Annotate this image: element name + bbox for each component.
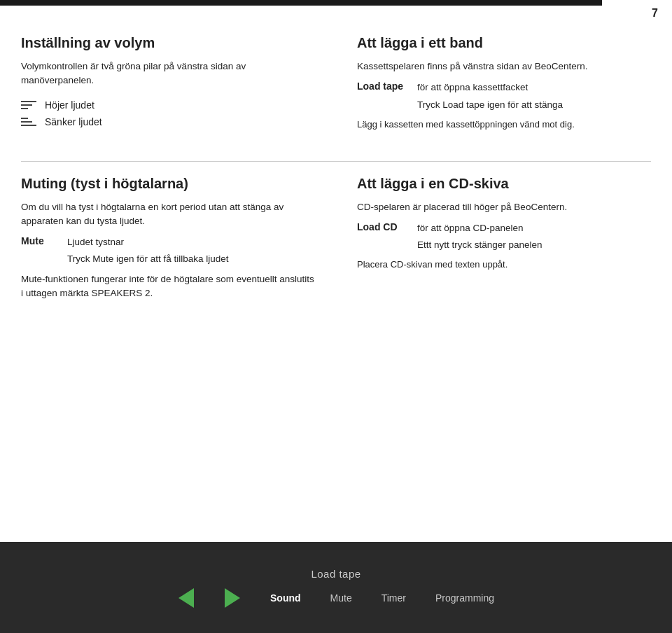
muting-title: Muting (tyst i högtalarna) xyxy=(21,176,315,192)
volume-higher-item: Höjer ljudet xyxy=(21,99,315,111)
volume-title: Inställning av volym xyxy=(21,35,315,51)
cd-intro: CD-spelaren är placerad till höger på Be… xyxy=(357,200,651,214)
muting-footer: Mute-funktionen fungerar inte för de hög… xyxy=(21,272,315,301)
main-content: Inställning av volym Volymkontrollen är … xyxy=(0,21,672,542)
mute-indent: Tryck Mute igen för att få tillbaka ljud… xyxy=(67,252,229,266)
nav-item-programming[interactable]: Programming xyxy=(431,590,498,606)
mute-desc: Ljudet tystnar Tryck Mute igen för att f… xyxy=(67,235,229,267)
bottom-bar-title: Load tape xyxy=(311,568,360,580)
cd-title: Att lägga i en CD-skiva xyxy=(357,176,651,192)
muting-intro: Om du vill ha tyst i högtalarna en kort … xyxy=(21,200,315,229)
bottom-sections: Muting (tyst i högtalarna) Om du vill ha… xyxy=(21,176,651,308)
mute-keyword: Mute xyxy=(21,235,56,246)
nav-next-button[interactable] xyxy=(220,588,245,608)
higher-icon xyxy=(21,101,36,109)
load-tape-title: Att lägga i ett band xyxy=(357,35,651,51)
volume-intro: Volymkontrollen är två gröna pilar på vä… xyxy=(21,60,315,88)
load-tape-desc: för att öppna kassettfacket Tryck Load t… xyxy=(417,81,563,112)
cd-section: Att lägga i en CD-skiva CD-spelaren är p… xyxy=(357,176,651,308)
load-tape-row: Load tape för att öppna kassettfacket Tr… xyxy=(357,81,651,112)
load-tape-label: Load tape xyxy=(357,81,406,92)
volume-section: Inställning av volym Volymkontrollen är … xyxy=(21,35,315,133)
mute-row: Mute Ljudet tystnar Tryck Mute igen för … xyxy=(21,235,315,267)
next-arrow-icon xyxy=(225,588,240,608)
line2 xyxy=(21,104,32,106)
bottom-nav: Sound Mute Timer Programming xyxy=(174,588,498,608)
volume-controls: Höjer ljudet Sänker ljudet xyxy=(21,99,315,127)
load-cd-label: Load CD xyxy=(357,221,406,232)
load-cd-row: Load CD för att öppna CD-panelen Ettt ny… xyxy=(357,221,651,253)
higher-label: Höjer ljudet xyxy=(45,99,94,111)
nav-item-mute[interactable]: Mute xyxy=(326,590,356,606)
load-cd-desc: för att öppna CD-panelen Ettt nytt tryck… xyxy=(417,221,542,253)
page-number: 7 xyxy=(652,7,658,20)
load-tape-indent: Tryck Load tape igen för att stänga xyxy=(417,98,563,112)
volume-lower-item: Sänker ljudet xyxy=(21,116,315,127)
load-tape-section: Att lägga i ett band Kassettspelaren fin… xyxy=(357,35,651,133)
top-sections: Inställning av volym Volymkontrollen är … xyxy=(21,35,651,133)
load-tape-intro: Kassettspelaren finns på vänstra sidan a… xyxy=(357,60,651,74)
line3 xyxy=(21,125,36,126)
line1 xyxy=(21,118,28,119)
section-divider xyxy=(21,161,651,162)
lower-icon xyxy=(21,118,36,126)
nav-item-sound[interactable]: Sound xyxy=(266,590,305,606)
lower-label: Sänker ljudet xyxy=(45,116,102,127)
load-cd-indent: Ettt nytt tryck stänger panelen xyxy=(417,238,542,252)
line2 xyxy=(21,121,32,123)
prev-arrow-icon xyxy=(178,588,194,608)
load-tape-note: Lägg i kassetten med kassettöppningen vä… xyxy=(357,118,651,132)
load-tape-controls: Load tape för att öppna kassettfacket Tr… xyxy=(357,81,651,131)
top-bar xyxy=(0,0,602,6)
line3 xyxy=(21,108,28,109)
cd-note: Placera CD-skivan med texten uppåt. xyxy=(357,258,651,272)
line1 xyxy=(21,101,36,102)
muting-section: Muting (tyst i högtalarna) Om du vill ha… xyxy=(21,176,315,308)
nav-item-timer[interactable]: Timer xyxy=(377,590,410,606)
bottom-nav-bar: Load tape Sound Mute Timer Programming xyxy=(0,542,672,633)
nav-prev-button[interactable] xyxy=(174,588,199,608)
